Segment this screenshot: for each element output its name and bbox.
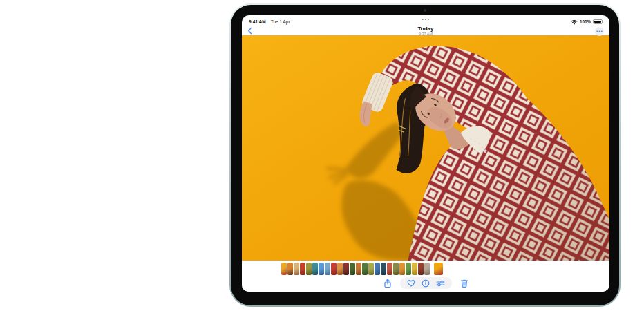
status-bar: 9:41 AM Tue 1 Apr 100% [242, 15, 609, 26]
battery-percent: 100% [580, 19, 591, 24]
navigation-bar: Today 9:37 AM [242, 26, 609, 35]
photo-image [242, 35, 609, 261]
trash-icon [460, 279, 468, 288]
thumbnail[interactable] [337, 263, 343, 275]
battery-icon [593, 19, 603, 24]
thumbnail[interactable] [356, 263, 361, 275]
thumbnail[interactable] [287, 263, 293, 275]
wifi-icon [571, 19, 578, 25]
selected-thumbnail[interactable] [434, 263, 443, 275]
info-icon [422, 279, 430, 288]
ellipsis-icon [596, 30, 603, 32]
info-button[interactable] [422, 279, 430, 288]
ipad-bezel: 9:41 AM Tue 1 Apr 100% [231, 5, 619, 305]
ipad-screen: 9:41 AM Tue 1 Apr 100% [242, 15, 609, 292]
thumbnail[interactable] [424, 263, 430, 275]
toolbar-pill [400, 277, 452, 289]
share-icon [383, 279, 392, 288]
favorite-button[interactable] [407, 279, 415, 288]
toolbar [242, 277, 609, 289]
adjust-icon [436, 279, 445, 288]
title-box: Today 9:37 AM [242, 26, 609, 36]
page-title: Today [242, 26, 609, 32]
photo-timestamp: 9:37 AM [242, 32, 609, 36]
heart-icon [407, 279, 415, 288]
thumbnail[interactable] [381, 263, 386, 275]
thumbnail[interactable] [406, 263, 411, 275]
status-right: 100% [571, 19, 603, 25]
thumbnail[interactable] [281, 263, 287, 275]
page-background: 9:41 AM Tue 1 Apr 100% [0, 0, 644, 311]
status-date: Tue 1 Apr [271, 19, 290, 24]
front-camera [424, 9, 426, 12]
delete-button[interactable] [460, 279, 468, 288]
ipad-device-frame: 9:41 AM Tue 1 Apr 100% [229, 3, 621, 307]
share-button[interactable] [383, 279, 392, 288]
more-button[interactable] [595, 27, 604, 36]
thumbnail[interactable] [418, 263, 424, 275]
thumbnail[interactable] [412, 263, 417, 275]
thumbnail[interactable] [393, 263, 399, 275]
multitask-indicator[interactable] [422, 19, 429, 20]
thumbnail[interactable] [312, 263, 318, 275]
thumbnail[interactable] [300, 263, 305, 275]
thumbnail[interactable] [319, 263, 324, 275]
thumbnail[interactable] [350, 263, 355, 275]
thumbnail[interactable] [368, 263, 374, 275]
thumbnail-strip [281, 263, 443, 275]
thumbnail[interactable] [399, 263, 405, 275]
status-left: 9:41 AM Tue 1 Apr [249, 19, 290, 24]
thumbnail[interactable] [306, 263, 312, 275]
thumbnail[interactable] [331, 263, 337, 275]
bottom-bar [242, 261, 609, 292]
thumbnail[interactable] [294, 263, 299, 275]
photo-view[interactable] [242, 35, 609, 261]
thumbnail[interactable] [387, 263, 392, 275]
thumbnail[interactable] [343, 263, 349, 275]
status-time: 9:41 AM [249, 19, 266, 24]
thumbnail[interactable] [325, 263, 330, 275]
adjust-button[interactable] [436, 279, 445, 288]
thumbnail[interactable] [375, 263, 380, 275]
thumbnail[interactable] [362, 263, 368, 275]
